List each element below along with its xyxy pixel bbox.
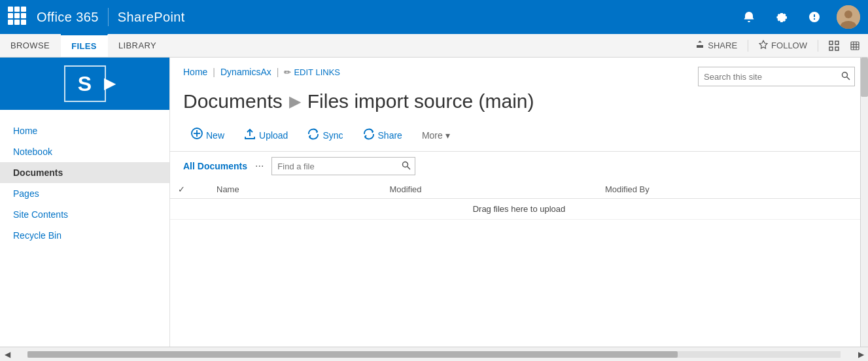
sidebar-logo: S ▶ (0, 58, 169, 110)
sidebar: S ▶ Home Notebook Documents Pages Site C… (0, 58, 170, 361)
svg-rect-6 (829, 47, 833, 50)
scroll-thumb[interactable] (861, 58, 868, 97)
avatar[interactable] (837, 5, 860, 29)
upload-button[interactable]: Upload (236, 125, 296, 145)
svg-point-18 (403, 162, 408, 167)
breadcrumb-edit-label: EDIT LINKS (294, 67, 340, 77)
edit-links-pencil-icon: ✏ (284, 67, 291, 77)
share-icon (363, 128, 375, 142)
find-file-box (271, 157, 415, 175)
col-icon (193, 180, 209, 199)
share-button[interactable]: Share (355, 125, 410, 145)
tab-library[interactable]: LIBRARY (108, 34, 167, 57)
sidebar-nav: Home Notebook Documents Pages Site Conte… (0, 110, 169, 341)
ribbon-sep-1 (748, 40, 748, 52)
share-action[interactable]: SHARE (695, 40, 737, 51)
toolbar: New Upload Sync Share Mor (170, 119, 868, 152)
page-title: Documents ▶ Files import source (main) (183, 90, 534, 112)
sync-button[interactable]: Sync (300, 125, 351, 145)
focus-action[interactable] (829, 41, 839, 51)
ribbon: BROWSE FILES LIBRARY SHARE FOLLOW (0, 34, 868, 58)
svg-marker-3 (759, 41, 767, 48)
nav-divider (108, 8, 109, 26)
new-button[interactable]: New (183, 124, 232, 146)
breadcrumb-edit-links[interactable]: ✏ EDIT LINKS (284, 67, 340, 77)
search-button[interactable] (837, 71, 854, 82)
ellipsis-button[interactable]: ··· (255, 160, 264, 172)
bottom-scrollbar[interactable]: ◀ ▶ (0, 347, 868, 361)
col-modified-by[interactable]: Modified By (597, 180, 868, 199)
sync-icon (307, 128, 319, 142)
sp-logo-arrow: ▶ (104, 75, 115, 92)
sidebar-notebook-label: Notebook (13, 146, 52, 157)
svg-line-14 (847, 77, 850, 80)
right-scrollbar[interactable] (860, 58, 868, 347)
help-button[interactable] (804, 7, 825, 27)
sidebar-item-recycle-bin[interactable]: Recycle Bin (0, 225, 169, 246)
breadcrumb: Home | DynamicsAx | ✏ EDIT LINKS (183, 67, 340, 77)
all-documents-label[interactable]: All Documents (183, 161, 247, 171)
sp-logo-box: S ▶ (64, 65, 106, 102)
notification-button[interactable] (738, 7, 759, 27)
col-name[interactable]: Name (209, 180, 381, 199)
more-dropdown-icon: ▾ (445, 130, 450, 141)
settings-button[interactable] (771, 7, 792, 27)
breadcrumb-home[interactable]: Home (183, 67, 207, 77)
modified-col-label: Modified (389, 184, 421, 194)
sidebar-item-documents[interactable]: Documents (0, 162, 169, 183)
follow-icon (759, 40, 768, 51)
sidebar-item-notebook[interactable]: Notebook (0, 141, 169, 162)
breadcrumb-sep-1: | (213, 67, 215, 77)
doc-table-container: ✓ Name Modified Modified By (170, 180, 868, 220)
top-nav-right (738, 5, 860, 29)
follow-label: FOLLOW (771, 41, 807, 50)
find-file-input[interactable] (272, 162, 398, 171)
name-col-label: Name (217, 184, 239, 194)
sp-logo-letter: S (78, 72, 92, 96)
sidebar-site-contents-label: Site Contents (13, 209, 68, 220)
follow-action[interactable]: FOLLOW (759, 40, 807, 51)
breadcrumb-dynamics[interactable]: DynamicsAx (220, 67, 271, 77)
more-label: More (422, 130, 443, 141)
share-label: SHARE (708, 41, 737, 50)
breadcrumb-sep-2: | (277, 67, 279, 77)
tab-files[interactable]: FILES (61, 34, 108, 57)
sharepoint-label[interactable]: SharePoint (118, 10, 185, 25)
sidebar-item-home[interactable]: Home (0, 120, 169, 141)
search-box (698, 67, 855, 86)
col-check[interactable]: ✓ (170, 180, 193, 199)
drag-text: Drag files here to upload (473, 204, 566, 214)
svg-point-13 (842, 72, 848, 77)
main-layout: S ▶ Home Notebook Documents Pages Site C… (0, 58, 868, 361)
sync-action[interactable] (850, 41, 860, 51)
drag-zone: Drag files here to upload (170, 199, 868, 220)
sidebar-item-site-contents[interactable]: Site Contents (0, 204, 169, 225)
modified-by-col-label: Modified By (605, 184, 650, 194)
waffle-menu[interactable] (8, 7, 29, 27)
new-icon (191, 128, 203, 143)
share-ribbon-icon (695, 40, 704, 51)
svg-rect-5 (835, 41, 839, 44)
sidebar-documents-label: Documents (13, 167, 63, 178)
sp-logo: S ▶ (59, 64, 111, 103)
h-scroll-thumb[interactable] (27, 351, 678, 358)
sidebar-recycle-bin-label: Recycle Bin (13, 230, 61, 241)
scroll-left-arrow[interactable]: ◀ (0, 347, 14, 362)
page-subtitle: Files import source (main) (307, 90, 534, 112)
doc-table: ✓ Name Modified Modified By (170, 180, 868, 220)
office365-label[interactable]: Office 365 (37, 10, 99, 25)
horizontal-scroll-track[interactable] (27, 351, 841, 358)
tab-browse[interactable]: BROWSE (0, 34, 61, 57)
page-title-documents: Documents (183, 90, 283, 112)
find-file-button[interactable] (398, 161, 415, 172)
more-button[interactable]: More ▾ (414, 127, 458, 144)
sidebar-item-pages[interactable]: Pages (0, 183, 169, 204)
content-header: Home | DynamicsAx | ✏ EDIT LINKS (170, 58, 868, 86)
svg-line-19 (408, 166, 411, 169)
new-label: New (206, 130, 224, 141)
check-col-header: ✓ (178, 184, 185, 194)
col-modified[interactable]: Modified (381, 180, 597, 199)
scroll-right-arrow[interactable]: ▶ (854, 347, 868, 362)
search-input[interactable] (699, 72, 837, 82)
sync-label: Sync (322, 130, 343, 141)
